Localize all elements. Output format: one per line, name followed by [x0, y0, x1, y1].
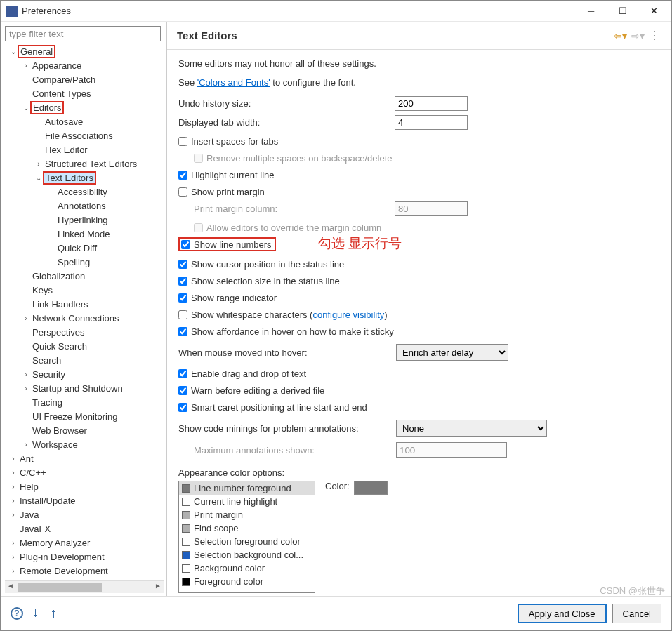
tree-item[interactable]: ›Java — [5, 507, 164, 522]
tree-item[interactable]: ›Plug-in Development — [5, 550, 164, 564]
tree-item[interactable]: ›Structured Text Editors — [5, 157, 164, 171]
tree-item[interactable]: Accessibility — [5, 185, 164, 199]
chevron-down-icon[interactable]: ⌄ — [22, 104, 30, 112]
tree-item[interactable]: Globalization — [5, 269, 164, 283]
tab-width-input[interactable] — [395, 115, 468, 130]
back-icon[interactable]: ⇦▾ — [614, 30, 627, 41]
chevron-down-icon[interactable]: ⌄ — [34, 174, 43, 182]
chevron-right-icon[interactable]: › — [9, 539, 18, 547]
minimize-button[interactable]: ─ — [575, 1, 607, 21]
chevron-right-icon[interactable]: › — [22, 62, 30, 69]
tree-item[interactable]: ⌄General — [5, 44, 164, 58]
tree-item[interactable]: ›Network Connections — [5, 311, 164, 325]
preference-tree[interactable]: ⌄General›AppearanceCompare/PatchContent … — [5, 44, 164, 580]
warn-derived-checkbox[interactable] — [178, 386, 187, 395]
color-swatch-button[interactable] — [354, 481, 388, 495]
dnd-checkbox[interactable] — [178, 369, 187, 378]
tree-item[interactable]: ⌄Editors — [5, 100, 164, 114]
export-icon[interactable]: ⭱ — [48, 607, 60, 620]
tree-item[interactable]: Content Types — [5, 86, 164, 100]
range-checkbox[interactable] — [178, 293, 187, 303]
tree-item[interactable]: Autosave — [5, 114, 164, 128]
tree-item[interactable]: ›Startup and Shutdown — [5, 381, 164, 395]
configure-visibility-link[interactable]: configure visibility — [312, 310, 384, 320]
tree-item[interactable]: ›Install/Update — [5, 493, 164, 507]
chevron-right-icon[interactable]: › — [22, 441, 30, 449]
color-list-item[interactable]: Current line highlight — [179, 495, 315, 508]
color-list-item[interactable]: Line number foreground — [179, 481, 315, 495]
chevron-right-icon[interactable]: › — [9, 511, 18, 519]
chevron-right-icon[interactable]: › — [9, 469, 18, 477]
whitespace-checkbox[interactable] — [178, 310, 187, 319]
chevron-right-icon[interactable]: › — [22, 371, 30, 378]
tree-item-label: Workspace — [30, 439, 80, 451]
forward-icon[interactable]: ⇨▾ — [631, 30, 645, 41]
tree-item[interactable]: Search — [5, 353, 164, 367]
color-list-item[interactable]: Background color — [179, 562, 315, 575]
maximize-button[interactable]: ☐ — [607, 1, 638, 21]
smart-caret-checkbox[interactable] — [178, 403, 187, 412]
tree-item[interactable]: Perspectives — [5, 325, 164, 339]
tree-item[interactable]: Quick Search — [5, 339, 164, 353]
color-list-item[interactable]: Selection foreground color — [179, 535, 315, 548]
color-options-list[interactable]: Line number foregroundCurrent line highl… — [178, 481, 315, 593]
help-icon[interactable]: ? — [11, 607, 23, 620]
chevron-right-icon[interactable]: › — [9, 567, 18, 575]
affordance-checkbox[interactable] — [178, 327, 187, 336]
insert-spaces-checkbox[interactable] — [178, 137, 187, 146]
tree-item[interactable]: ›C/C++ — [5, 465, 164, 479]
chevron-right-icon[interactable]: › — [9, 455, 18, 463]
chevron-right-icon[interactable]: › — [9, 483, 18, 491]
tree-item[interactable]: ›Security — [5, 367, 164, 381]
tree-item[interactable]: Quick Diff — [5, 241, 164, 255]
chevron-right-icon[interactable]: › — [34, 160, 43, 168]
tree-item[interactable]: ›Appearance — [5, 58, 164, 72]
view-menu-icon[interactable]: ⋮ — [649, 29, 660, 42]
tree-item[interactable]: ›Ant — [5, 451, 164, 465]
color-list-item[interactable]: Print margin — [179, 508, 315, 522]
color-list-item[interactable]: Find scope — [179, 522, 315, 535]
print-margin-checkbox[interactable] — [178, 187, 187, 197]
tree-item-label: Spelling — [55, 256, 92, 268]
hover-select[interactable]: Enrich after delay — [396, 344, 508, 361]
horizontal-scrollbar[interactable]: ◄ ► — [5, 580, 164, 593]
minings-select[interactable]: None — [396, 420, 547, 437]
chevron-right-icon[interactable]: › — [22, 385, 30, 392]
sel-size-checkbox[interactable] — [178, 277, 187, 286]
tree-item[interactable]: ›Help — [5, 479, 164, 493]
tree-item[interactable]: File Associations — [5, 128, 164, 142]
close-button[interactable]: ✕ — [638, 1, 670, 21]
color-list-item[interactable]: Foreground color — [179, 575, 315, 588]
tree-item[interactable]: ›Workspace — [5, 437, 164, 451]
tree-item[interactable]: Tracing — [5, 395, 164, 409]
cursor-pos-checkbox[interactable] — [178, 260, 187, 269]
tree-item[interactable]: Hex Editor — [5, 142, 164, 157]
filter-input[interactable] — [5, 26, 161, 41]
tree-item[interactable]: ›Remote Development — [5, 564, 164, 578]
tree-item[interactable]: Linked Mode — [5, 227, 164, 241]
tree-item[interactable]: JavaFX — [5, 522, 164, 536]
chevron-down-icon[interactable]: ⌄ — [9, 48, 18, 55]
tree-item[interactable]: Annotations — [5, 199, 164, 213]
tree-item[interactable]: Link Handlers — [5, 297, 164, 311]
undo-history-input[interactable] — [395, 96, 468, 111]
tree-item[interactable]: Web Browser — [5, 423, 164, 437]
chevron-right-icon[interactable]: › — [22, 314, 30, 322]
import-icon[interactable]: ⭳ — [30, 607, 41, 620]
color-list-item[interactable]: Selection background col... — [179, 548, 315, 562]
highlight-line-checkbox[interactable] — [178, 171, 187, 180]
tree-item[interactable]: ›Memory Analyzer — [5, 536, 164, 550]
tree-item[interactable]: Keys — [5, 283, 164, 297]
tree-item[interactable]: Compare/Patch — [5, 72, 164, 86]
page-title: Text Editors — [177, 29, 614, 41]
tree-item[interactable]: Spelling — [5, 255, 164, 269]
cancel-button[interactable]: Cancel — [612, 604, 661, 623]
tree-item[interactable]: UI Freeze Monitoring — [5, 409, 164, 423]
chevron-right-icon[interactable]: › — [9, 553, 18, 561]
apply-close-button[interactable]: Apply and Close — [518, 604, 607, 623]
chevron-right-icon[interactable]: › — [9, 497, 18, 505]
line-numbers-checkbox[interactable] — [181, 240, 190, 249]
colors-fonts-link[interactable]: 'Colors and Fonts' — [197, 77, 270, 88]
tree-item[interactable]: ⌄Text Editors — [5, 171, 164, 185]
tree-item[interactable]: Hyperlinking — [5, 213, 164, 227]
